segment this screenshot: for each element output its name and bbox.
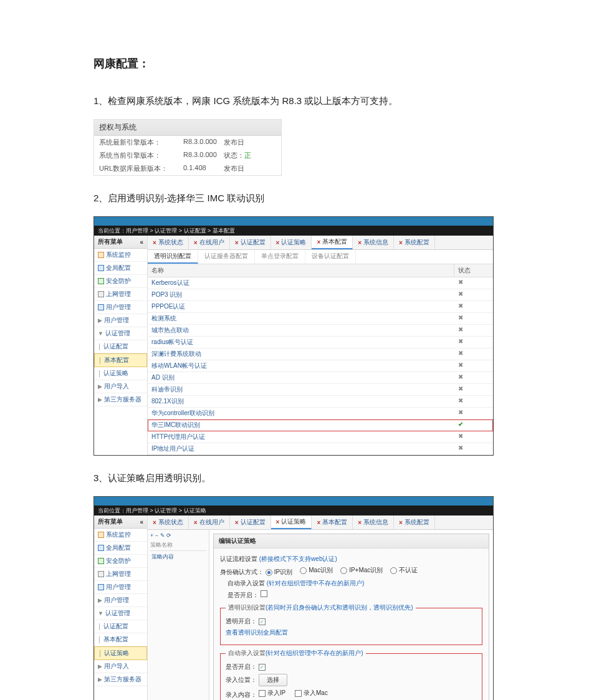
sidebar-item[interactable]: 全局配置	[94, 262, 147, 275]
close-icon[interactable]: ×	[194, 239, 198, 246]
subtabs: 透明识别配置认证服务器配置单点登录配置设备认证配置	[148, 250, 493, 264]
import-mac-checkbox[interactable]: 录入Mac	[295, 689, 328, 698]
auto-import-label: 自动录入设置	[227, 580, 265, 587]
policy-row[interactable]: 策略内容	[150, 551, 206, 563]
auth-method-row[interactable]: radius帐号认证✖	[148, 337, 493, 348]
view-transparent-config-link[interactable]: 查看透明识别全局配置	[226, 629, 288, 636]
sidebar-item-label: 认证配置	[103, 622, 128, 631]
id-method-radio[interactable]: Mac识别	[300, 566, 333, 575]
auth-method-row[interactable]: 华为controller联动识别✖	[148, 408, 493, 420]
sidebar-item[interactable]: │ 认证策略	[94, 646, 147, 660]
close-icon[interactable]: ×	[235, 519, 239, 526]
auth-method-row[interactable]: 移动WLAN帐号认证✖	[148, 360, 493, 372]
close-icon[interactable]: ×	[317, 239, 320, 246]
choose-position-button[interactable]: 选择	[259, 674, 287, 686]
sidebar-item[interactable]: ▶用户导入	[94, 660, 147, 673]
sidebar-item[interactable]: 安全防护	[94, 555, 147, 568]
sidebar: 所有菜单« 系统监控全局配置安全防护上网管理用户管理▶用户管理▼认证管理│ 认证…	[94, 515, 148, 700]
auto-import-legend-note: (针对在组织管理中不存在的新用户)	[266, 650, 363, 656]
close-icon[interactable]: ×	[358, 239, 362, 246]
sidebar-item[interactable]: ▶用户管理	[94, 594, 147, 607]
close-icon[interactable]: ×	[317, 519, 320, 526]
id-method-radio[interactable]: 不认证	[390, 566, 418, 575]
auth-method-status: ✖	[454, 396, 493, 407]
auth-method-row[interactable]: 科迪帝识别✖	[148, 384, 493, 396]
sidebar-item[interactable]: ▶用户管理	[94, 314, 147, 327]
sidebar-item[interactable]: │ 认证策略	[94, 367, 147, 380]
auth-method-row[interactable]: IP地址用户认证✖	[148, 443, 493, 455]
close-icon[interactable]: ×	[399, 239, 403, 246]
tab-label: 在线用户	[199, 238, 224, 247]
auth-method-row[interactable]: POP3 识别✖	[148, 289, 493, 301]
close-icon[interactable]: ×	[153, 519, 156, 526]
close-icon[interactable]: ×	[358, 519, 362, 526]
sidebar-item[interactable]: ▶第三方服务器	[94, 393, 147, 406]
id-method-radio[interactable]: IP+Mac识别	[340, 566, 383, 575]
sidebar-item[interactable]: 用户管理	[94, 301, 147, 314]
tab-label: 系统信息	[363, 518, 388, 527]
close-icon[interactable]: ×	[399, 519, 403, 526]
import-enable-checkbox[interactable]	[259, 664, 266, 671]
auth-method-row[interactable]: 深澜计费系统联动✖	[148, 348, 493, 360]
sidebar-item[interactable]: │ 认证配置	[94, 340, 147, 353]
transparent-enable-checkbox[interactable]	[259, 618, 266, 625]
module-icon	[98, 584, 104, 590]
sidebar-item[interactable]: ▶用户导入	[94, 380, 147, 393]
tab[interactable]: ×系统状态	[148, 236, 189, 249]
tab[interactable]: ×基本配置	[312, 236, 353, 249]
breadcrumb: 当前位置：用户管理 > 认证管理 > 认证策略	[94, 506, 493, 515]
sidebar-item[interactable]: 全局配置	[94, 542, 147, 555]
sidebar-item[interactable]: │ 基本配置	[94, 633, 147, 646]
subtab[interactable]: 认证服务器配置	[198, 250, 255, 264]
id-method-radio[interactable]: IP识别	[266, 568, 292, 577]
sidebar-item[interactable]: ▼认证管理	[94, 607, 147, 620]
enable-checkbox[interactable]	[261, 590, 267, 597]
auth-method-row[interactable]: 城市热点联动✖	[148, 325, 493, 337]
tab[interactable]: ×系统配置	[394, 236, 435, 249]
sidebar-item[interactable]: 系统监控	[94, 249, 147, 262]
tab[interactable]: ×系统状态	[148, 515, 189, 529]
subtab[interactable]: 设备认证配置	[305, 250, 356, 264]
close-icon[interactable]: ×	[276, 519, 280, 525]
sidebar-item[interactable]: │ 认证配置	[94, 620, 147, 633]
sidebar-item[interactable]: │ 基本配置	[94, 353, 147, 367]
sidebar-item[interactable]: ▶第三方服务器	[94, 673, 147, 686]
sidebar-item[interactable]: 上网管理	[94, 568, 147, 581]
sidebar-item[interactable]: 用户管理	[94, 581, 147, 594]
sidebar-item-label: 上网管理	[106, 570, 131, 578]
auth-method-row[interactable]: 华三IMC联动识别✔	[148, 420, 493, 431]
sidebar-item[interactable]: 上网管理	[94, 288, 147, 301]
tab[interactable]: ×认证策略	[271, 236, 312, 249]
tab[interactable]: ×在线用户	[189, 236, 230, 249]
collapse-icon[interactable]: «	[140, 519, 143, 525]
tab[interactable]: ×认证策略	[271, 515, 312, 529]
tab[interactable]: ×在线用户	[189, 515, 230, 529]
import-ip-checkbox[interactable]: 录入IP	[259, 689, 285, 698]
auth-method-row[interactable]: 检测系统✖	[148, 313, 493, 325]
tab[interactable]: ×系统配置	[394, 515, 435, 529]
auth-method-row[interactable]: HTTP代理用户认证✖	[148, 431, 493, 443]
auth-method-row[interactable]: Kerberos认证✖	[148, 277, 493, 289]
subtab[interactable]: 透明识别配置	[148, 250, 198, 264]
close-icon[interactable]: ×	[276, 239, 280, 246]
tab[interactable]: ×认证配置	[230, 515, 271, 529]
subtab[interactable]: 单点登录配置	[255, 250, 305, 264]
sidebar-item[interactable]: 系统监控	[94, 529, 147, 542]
close-icon[interactable]: ×	[153, 239, 156, 246]
auth-method-row[interactable]: AD 识别✖	[148, 372, 493, 384]
tab[interactable]: ×认证配置	[230, 236, 271, 249]
auth-method-name: radius帐号认证	[148, 337, 454, 348]
close-icon[interactable]: ×	[235, 239, 239, 246]
sidebar-item[interactable]: ▼认证管理	[94, 327, 147, 340]
tab[interactable]: ×系统信息	[353, 236, 394, 249]
auth-method-row[interactable]: PPPOE认证✖	[148, 301, 493, 313]
auth-method-row[interactable]: 802.1X识别✖	[148, 396, 493, 408]
tab-label: 在线用户	[199, 518, 224, 527]
tab[interactable]: ×系统信息	[353, 515, 394, 529]
tab-label: 认证配置	[241, 238, 266, 247]
auth-method-name: PPPOE认证	[148, 301, 454, 312]
close-icon[interactable]: ×	[194, 519, 198, 526]
collapse-icon[interactable]: «	[140, 239, 143, 246]
sidebar-item[interactable]: 安全防护	[94, 275, 147, 288]
tab[interactable]: ×基本配置	[312, 515, 353, 529]
